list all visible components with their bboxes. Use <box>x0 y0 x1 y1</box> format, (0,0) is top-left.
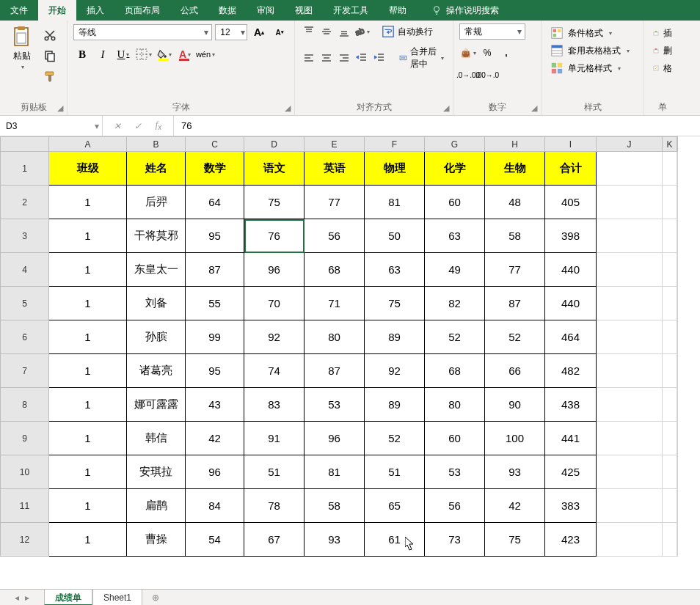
alignment-dialog-launcher[interactable]: ◢ <box>441 103 451 114</box>
col-header-I[interactable]: I <box>545 137 597 152</box>
header-cell[interactable]: 生物 <box>485 152 545 186</box>
font-dialog-launcher[interactable]: ◢ <box>282 103 293 114</box>
increase-indent-button[interactable] <box>371 50 387 66</box>
cell[interactable] <box>597 219 663 253</box>
tab-layout[interactable]: 页面布局 <box>114 0 170 21</box>
col-header-E[interactable]: E <box>305 137 365 152</box>
chevron-down-icon[interactable]: ▾ <box>92 121 102 131</box>
cell[interactable]: 440 <box>545 253 597 287</box>
cell[interactable]: 1 <box>49 253 127 287</box>
increase-decimal-button[interactable]: .0→.00 <box>459 66 477 84</box>
wrap-text-button[interactable]: 自动换行 <box>379 23 436 40</box>
cell[interactable]: 1 <box>49 388 127 422</box>
col-header-B[interactable]: B <box>127 137 186 152</box>
cell[interactable] <box>677 422 678 455</box>
col-header-K[interactable]: K <box>663 137 677 152</box>
cell[interactable]: 娜可露露 <box>127 388 186 422</box>
prev-sheet-button[interactable]: ◂ <box>15 593 19 603</box>
table-format-button[interactable]: 套用表格格式▾ <box>547 43 638 59</box>
cell[interactable] <box>663 455 677 489</box>
cell[interactable]: 73 <box>425 523 485 557</box>
number-dialog-launcher[interactable]: ◢ <box>529 103 539 114</box>
cell[interactable]: 99 <box>186 320 244 354</box>
orientation-button[interactable]: ab▾ <box>354 23 370 40</box>
row-header-2[interactable]: 2 <box>1 186 49 219</box>
spreadsheet-grid[interactable]: ABCDEFGHIJK1班级姓名数学语文英语物理化学生物合计21后羿647577… <box>0 136 700 576</box>
delete-cells-button[interactable]: 删 <box>650 43 675 59</box>
cell[interactable] <box>597 388 663 422</box>
cell[interactable]: 51 <box>244 455 305 489</box>
cell[interactable] <box>663 422 677 455</box>
cell[interactable]: 42 <box>186 422 244 455</box>
cell[interactable]: 韩信 <box>127 422 186 455</box>
tab-dev[interactable]: 开发工具 <box>323 0 379 21</box>
cell[interactable]: 95 <box>186 354 244 388</box>
fx-button[interactable]: fx <box>151 120 166 131</box>
cell[interactable]: 53 <box>425 455 485 489</box>
cell[interactable] <box>677 455 678 489</box>
cell[interactable]: 82 <box>425 287 485 320</box>
decrease-font-button[interactable]: A▾ <box>271 23 288 41</box>
cell[interactable]: 96 <box>244 253 305 287</box>
tab-help[interactable]: 帮助 <box>379 0 417 21</box>
cell[interactable]: 61 <box>365 523 425 557</box>
font-name-combo[interactable]: ▾ <box>73 24 212 40</box>
cell[interactable]: 1 <box>49 287 127 320</box>
col-header-11[interactable] <box>677 137 678 152</box>
header-cell[interactable]: 物理 <box>365 152 425 186</box>
cell[interactable]: 43 <box>186 388 244 422</box>
cell[interactable]: 干将莫邪 <box>127 219 186 253</box>
tab-formulas[interactable]: 公式 <box>170 0 208 21</box>
bold-button[interactable]: B <box>73 45 91 63</box>
cell[interactable]: 66 <box>485 354 545 388</box>
cell[interactable]: 1 <box>49 320 127 354</box>
cell[interactable]: 52 <box>485 320 545 354</box>
font-size-combo[interactable]: ▾ <box>215 24 247 40</box>
header-cell[interactable]: 语文 <box>244 152 305 186</box>
cell[interactable]: 东皇太一 <box>127 253 186 287</box>
cell[interactable]: 93 <box>485 455 545 489</box>
cell[interactable] <box>597 354 663 388</box>
cell-styles-button[interactable]: 单元格样式▾ <box>547 60 638 76</box>
align-left-button[interactable] <box>301 50 317 66</box>
cell[interactable]: 42 <box>485 489 545 523</box>
cell[interactable]: 438 <box>545 388 597 422</box>
cell[interactable]: 96 <box>305 422 365 455</box>
merge-center-button[interactable]: 合并后居中▾ <box>396 44 447 72</box>
tab-data[interactable]: 数据 <box>208 0 247 21</box>
cell[interactable] <box>677 489 678 523</box>
cell[interactable]: 48 <box>485 186 545 219</box>
cell[interactable]: 425 <box>545 455 597 489</box>
cell[interactable]: 扁鹊 <box>127 489 186 523</box>
cell[interactable]: 74 <box>244 354 305 388</box>
cell[interactable] <box>663 152 677 186</box>
cell[interactable]: 刘备 <box>127 287 186 320</box>
cell[interactable]: 100 <box>485 422 545 455</box>
row-header-9[interactable]: 9 <box>1 422 49 455</box>
next-sheet-button[interactable]: ▸ <box>25 593 29 603</box>
font-color-button[interactable]: A▾ <box>176 45 194 63</box>
cell[interactable] <box>663 219 677 253</box>
col-header-D[interactable]: D <box>244 137 305 152</box>
cell[interactable]: 50 <box>365 219 425 253</box>
cell[interactable]: 91 <box>244 422 305 455</box>
cell[interactable]: 89 <box>365 388 425 422</box>
header-cell[interactable]: 合计 <box>545 152 597 186</box>
cell[interactable]: 83 <box>244 388 305 422</box>
cell[interactable]: 441 <box>545 422 597 455</box>
header-cell[interactable]: 班级 <box>49 152 127 186</box>
cell[interactable]: 75 <box>365 287 425 320</box>
cell[interactable] <box>663 388 677 422</box>
conditional-format-button[interactable]: 条件格式▾ <box>547 25 638 41</box>
col-header-G[interactable]: G <box>425 137 485 152</box>
number-format-combo[interactable]: ▾ <box>459 23 525 40</box>
cell[interactable]: 58 <box>485 219 545 253</box>
currency-button[interactable]: 👜▾ <box>459 44 477 62</box>
cell[interactable]: 80 <box>425 388 485 422</box>
name-box-input[interactable] <box>0 121 92 131</box>
chevron-down-icon[interactable]: ▾ <box>201 27 212 37</box>
cell[interactable] <box>677 354 678 388</box>
row-header-1[interactable]: 1 <box>1 152 49 186</box>
align-bottom-button[interactable] <box>336 23 352 40</box>
cell[interactable]: 71 <box>305 287 365 320</box>
